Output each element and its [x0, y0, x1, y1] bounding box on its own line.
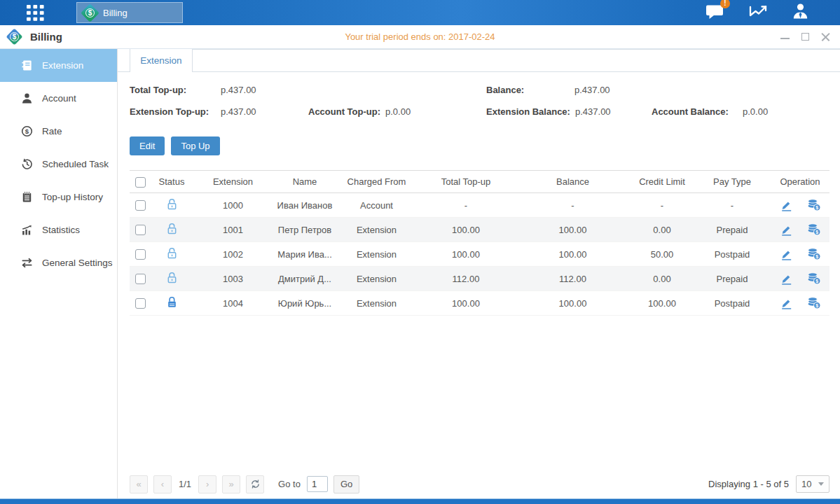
statistics-icon: [21, 224, 33, 236]
pay-type-cell: -: [694, 193, 771, 218]
charged-from-cell: Extension: [336, 267, 417, 291]
sidebar-item-topup-history[interactable]: Top-up History: [0, 181, 117, 214]
operation-cell: $: [771, 223, 829, 236]
close-button[interactable]: [821, 32, 830, 41]
sidebar-item-rate[interactable]: $ Rate: [0, 115, 117, 148]
minimize-button[interactable]: [780, 32, 790, 41]
balance-label: Balance:: [486, 85, 524, 95]
top-up-icon[interactable]: $: [807, 199, 821, 211]
row-checkbox[interactable]: [135, 274, 146, 284]
header-credit-limit: Credit Limit: [631, 171, 694, 193]
top-up-icon[interactable]: $: [807, 297, 821, 309]
pay-type-cell: Prepaid: [694, 267, 771, 291]
sidebar-item-statistics[interactable]: Statistics: [0, 214, 117, 246]
total-topup-cell: 112.00: [417, 267, 515, 291]
top-up-button[interactable]: Top Up: [171, 136, 219, 155]
user-account-icon[interactable]: [792, 3, 809, 22]
top-up-icon[interactable]: $: [807, 272, 821, 285]
total-topup-cell: 100.00: [417, 242, 515, 267]
go-button[interactable]: Go: [333, 475, 359, 493]
sidebar-label-scheduled-task: Scheduled Task: [42, 159, 109, 169]
sidebar-item-scheduled-task[interactable]: Scheduled Task: [0, 148, 117, 181]
edit-icon[interactable]: [780, 298, 793, 309]
general-settings-icon: [21, 257, 33, 269]
pay-type-cell: Postpaid: [694, 291, 771, 316]
edit-icon[interactable]: [780, 248, 793, 260]
billing-diamond-icon: $: [81, 4, 99, 22]
extension-cell: 1004: [193, 291, 273, 316]
top-up-icon[interactable]: $: [807, 248, 821, 260]
account-topup-label: Account Top-up:: [308, 106, 380, 117]
refresh-button[interactable]: [246, 475, 264, 493]
credit-limit-cell: 100.00: [631, 291, 694, 316]
sidebar-item-account[interactable]: Account: [0, 82, 117, 115]
trial-notice: Your trial period ends on: 2017-02-24: [0, 31, 840, 42]
window-title: Billing: [30, 31, 62, 43]
top-up-icon[interactable]: $: [807, 223, 821, 236]
name-cell: Мария Ива...: [273, 242, 336, 267]
total-topup-cell: 100.00: [417, 291, 515, 316]
total-topup-label: Total Top-up:: [130, 85, 186, 95]
charged-from-cell: Extension: [336, 242, 417, 267]
row-checkbox[interactable]: [135, 200, 146, 211]
sidebar-label-general-settings: General Settings: [42, 258, 113, 268]
select-all-checkbox[interactable]: [135, 177, 146, 188]
operation-cell: $: [771, 297, 829, 309]
row-checkbox[interactable]: [135, 298, 146, 309]
header-pay-type: Pay Type: [694, 171, 771, 193]
credit-limit-cell: 0.00: [631, 218, 694, 242]
table-row: 1002Мария Ива...Extension100.00100.0050.…: [130, 242, 829, 267]
messages-icon[interactable]: !: [705, 3, 724, 22]
status-cell: [151, 218, 193, 242]
window-titlebar: $ Billing Your trial period ends on: 201…: [0, 25, 840, 49]
charged-from-cell: Account: [336, 193, 417, 218]
last-page-button[interactable]: »: [222, 475, 240, 493]
tab-extension[interactable]: Extension: [130, 49, 193, 72]
pay-type-cell: Postpaid: [694, 242, 771, 267]
tab-extension-label: Extension: [140, 55, 181, 66]
taskbar-tab-billing[interactable]: $ Billing: [76, 2, 183, 23]
displaying-text: Displaying 1 - 5 of 5: [708, 479, 789, 489]
operation-cell: $: [771, 199, 829, 211]
credit-limit-cell: 0.00: [631, 267, 694, 291]
edit-icon[interactable]: [780, 224, 793, 236]
table-row: 1004Юрий Юрь...Extension100.00100.00100.…: [130, 291, 829, 316]
header-charged-from: Charged From: [336, 171, 417, 193]
next-page-button[interactable]: ›: [198, 475, 216, 493]
row-checkbox[interactable]: [135, 225, 146, 235]
row-checkbox[interactable]: [135, 249, 146, 260]
edit-button[interactable]: Edit: [130, 136, 165, 155]
credit-limit-cell: 50.00: [631, 242, 694, 267]
name-cell: Петр Петров: [273, 218, 336, 242]
app-grid-icon[interactable]: [27, 5, 44, 21]
pay-type-cell: Prepaid: [694, 218, 771, 242]
edit-icon[interactable]: [780, 273, 793, 285]
total-topup-cell: -: [417, 193, 515, 218]
header-total-topup: Total Top-up: [417, 171, 515, 193]
window-billing-icon: $: [6, 28, 22, 45]
account-icon: [21, 92, 33, 104]
main-panel: Extension Total Top-up: p.437.00 Balance…: [118, 49, 840, 498]
edit-icon[interactable]: [780, 200, 793, 211]
sidebar-label-rate: Rate: [42, 126, 62, 136]
sidebar: Extension Account $ Rate: [0, 49, 118, 498]
rate-icon: $: [21, 125, 33, 137]
action-buttons: Edit Top Up: [130, 136, 840, 155]
svg-text:$: $: [815, 303, 818, 309]
svg-text:$: $: [815, 230, 818, 235]
first-page-button[interactable]: «: [130, 475, 148, 493]
name-cell: Дмитрий Д...: [273, 267, 336, 291]
maximize-button[interactable]: [801, 32, 810, 41]
name-cell: Юрий Юрь...: [273, 291, 336, 316]
page-size-select[interactable]: 10: [796, 475, 829, 493]
goto-label: Go to: [278, 479, 301, 489]
svg-text:$: $: [815, 279, 818, 284]
sidebar-item-extension[interactable]: Extension: [0, 49, 117, 82]
prev-page-button[interactable]: ‹: [153, 475, 172, 493]
table-row: 1001Петр ПетровExtension100.00100.000.00…: [130, 218, 829, 242]
table-header-row: Status Extension Name Charged From Total…: [130, 171, 829, 193]
goto-page-input[interactable]: [307, 476, 328, 492]
extension-cell: 1002: [193, 242, 273, 267]
sidebar-item-general-settings[interactable]: General Settings: [0, 246, 117, 279]
resource-monitor-icon[interactable]: [748, 3, 768, 22]
